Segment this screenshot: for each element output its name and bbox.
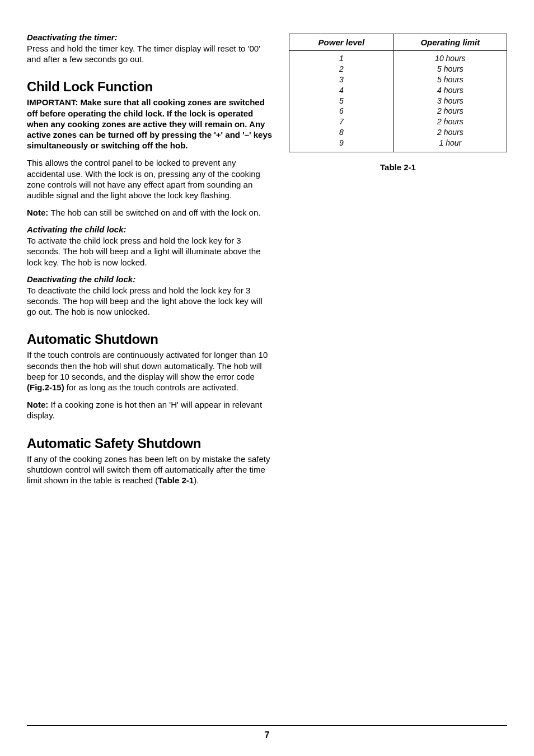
cell-power: 2 [289,64,394,74]
deactivating-child-lock-heading: Deactivating the child lock: [27,274,273,284]
cell-limit: 1 hour [394,138,507,152]
page-number: 7 [0,730,534,740]
cell-power: 8 [289,127,394,138]
activating-child-lock-body: To activate the child lock press and hol… [27,235,273,268]
two-column-layout: Deactivating the timer: Press and hold t… [27,32,507,492]
child-lock-heading: Child Lock Function [27,79,273,95]
cell-power: 9 [289,138,394,152]
header-operating-limit: Operating limit [394,34,507,51]
footer-rule [27,725,507,726]
left-column: Deactivating the timer: Press and hold t… [27,32,273,492]
cell-power: 1 [289,51,394,64]
right-column: Power level Operating limit 110 hours 25… [289,32,507,492]
table-row: 62 hours [289,106,507,116]
auto-shutdown-p1-a: If the touch controls are continuously a… [27,350,268,381]
cell-limit: 5 hours [394,74,507,85]
table-row: 53 hours [289,96,507,106]
deactivating-timer-heading: Deactivating the timer: [27,32,273,42]
child-lock-note-body: The hob can still be switched on and off… [51,208,261,217]
cell-limit: 5 hours [394,64,507,74]
safety-shutdown-b: Table 2-1 [158,475,194,485]
automatic-shutdown-note: Note: If a cooking zone is hot then an '… [27,399,273,421]
table-row: 25 hours [289,64,507,74]
table-caption: Table 2-1 [289,162,507,172]
table-row: 44 hours [289,85,507,96]
operating-limit-table: Power level Operating limit 110 hours 25… [289,34,507,152]
child-lock-important: IMPORTANT: Make sure that all cooking zo… [27,97,273,151]
auto-shutdown-p1-c: for as long as the touch controls are ac… [64,382,238,392]
cell-limit: 2 hours [394,127,507,138]
safety-shutdown-body: If any of the cooking zones has been lef… [27,454,273,486]
table-row: 82 hours [289,127,507,138]
activating-child-lock-heading: Activating the child lock: [27,225,273,234]
header-power-level: Power level [289,34,394,51]
cell-power: 6 [289,106,394,116]
child-lock-p2: This allows the control panel to be lock… [27,157,273,200]
cell-limit: 2 hours [394,116,507,127]
page: Deactivating the timer: Press and hold t… [0,0,534,756]
table-row: 91 hour [289,138,507,152]
deactivating-child-lock-body: To deactivate the child lock press and h… [27,285,273,318]
auto-shutdown-p1-b: (Fig.2-15) [27,382,64,392]
important-label: IMPORTANT: [27,97,81,107]
cell-power: 7 [289,116,394,127]
safety-shutdown-a: If any of the cooking zones has been lef… [27,454,270,485]
automatic-shutdown-heading: Automatic Shutdown [27,332,273,347]
automatic-shutdown-p1: If the touch controls are continuously a… [27,349,273,393]
cell-limit: 10 hours [394,51,507,64]
safety-shutdown-c: ). [194,475,199,485]
child-lock-note: Note: The hob can still be switched on a… [27,207,273,218]
table-header-row: Power level Operating limit [289,34,507,51]
cell-power: 3 [289,74,394,85]
child-lock-note-label: Note: [27,208,51,217]
cell-limit: 3 hours [394,96,507,106]
table-row: 35 hours [289,74,507,85]
auto-shutdown-note-body: If a cooking zone is hot then an 'H' wil… [27,400,262,420]
cell-power: 4 [289,85,394,96]
cell-power: 5 [289,96,394,106]
table-row: 72 hours [289,116,507,127]
safety-shutdown-heading: Automatic Safety Shutdown [27,436,273,451]
cell-limit: 2 hours [394,106,507,116]
deactivating-timer-body: Press and hold the timer key. The timer … [27,43,273,64]
table-row: 110 hours [289,51,507,64]
auto-shutdown-note-label: Note: [27,400,51,409]
cell-limit: 4 hours [394,85,507,96]
